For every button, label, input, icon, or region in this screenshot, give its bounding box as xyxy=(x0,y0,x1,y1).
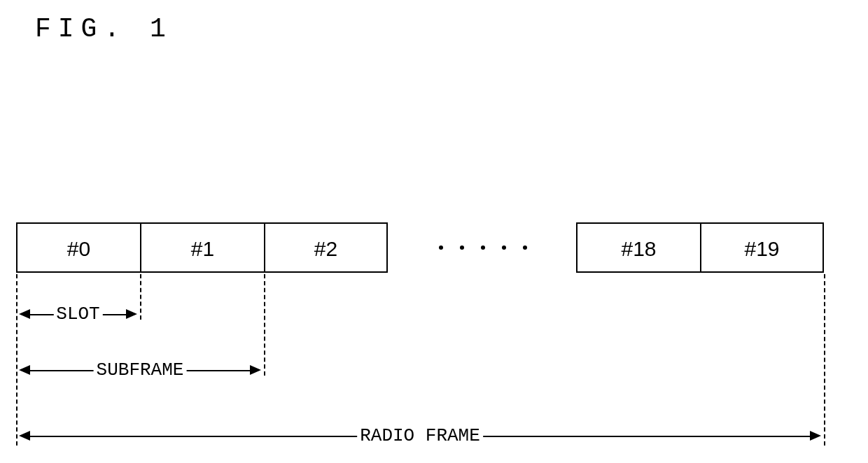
slot-18: #18 xyxy=(576,222,700,273)
guide-slot-end xyxy=(140,274,141,320)
dimension-subframe: SUBFRAME xyxy=(16,362,264,378)
figure-title: FIG. 1 xyxy=(35,14,173,44)
subframe-label: SUBFRAME xyxy=(94,359,187,380)
slot-2: #2 xyxy=(264,222,388,273)
slot-19: #19 xyxy=(700,222,824,273)
slot-1: #1 xyxy=(140,222,264,273)
slot-row-right: #18#19 xyxy=(576,222,824,273)
slot-row-left: #0#1#2 xyxy=(16,222,388,273)
radioframe-label: RADIO FRAME xyxy=(357,425,483,446)
guide-right xyxy=(824,274,825,446)
guide-left xyxy=(16,274,18,446)
slot-label: SLOT xyxy=(53,304,102,325)
dimension-radioframe: RADIO FRAME xyxy=(16,428,824,443)
guide-subframe-end xyxy=(264,274,265,376)
dimension-slot: SLOT xyxy=(16,306,140,322)
slot-0: #0 xyxy=(16,222,140,273)
ellipsis-dots xyxy=(413,222,553,273)
